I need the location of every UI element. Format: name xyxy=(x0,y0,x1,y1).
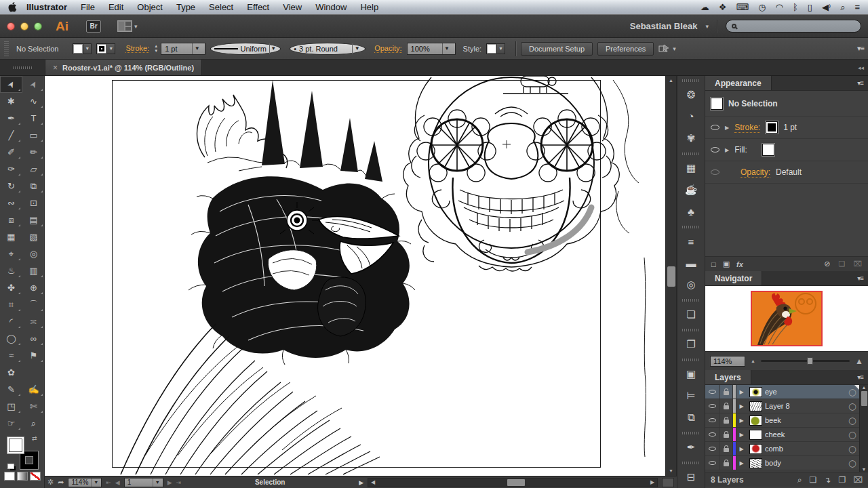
eyedropper-tool[interactable]: ⌖ xyxy=(0,245,22,262)
type-tool[interactable]: T xyxy=(22,110,45,127)
eraser-tool[interactable]: ▱ xyxy=(22,161,45,178)
stroke-panel-link[interactable]: Stroke: xyxy=(125,44,149,53)
previous-artboard-button[interactable]: ◀ xyxy=(115,479,120,486)
navigator-preview[interactable] xyxy=(705,286,868,351)
new-sublayer-icon[interactable]: ↴ xyxy=(824,475,831,485)
layer-name[interactable]: beek xyxy=(765,413,846,427)
knife-tool[interactable]: ✄ xyxy=(22,398,45,415)
opacity-combo[interactable]: 100% ▼ xyxy=(407,43,456,55)
layer-visibility-toggle[interactable] xyxy=(705,428,720,441)
apple-menu[interactable] xyxy=(8,2,17,12)
opacity-panel-link[interactable]: Opacity: xyxy=(374,44,401,53)
layer-target-icon[interactable]: ◯ xyxy=(846,428,859,441)
pen-tool[interactable]: ✒ xyxy=(0,110,22,127)
lasso-tool[interactable]: ∿ xyxy=(22,93,45,110)
status-menu-arrow-icon[interactable]: ▶ xyxy=(359,479,363,486)
dock-grip[interactable] xyxy=(682,152,700,155)
edit-colors-icon[interactable]: ✾ xyxy=(677,127,705,149)
gradient-tool[interactable]: ▧ xyxy=(22,228,45,245)
toolbar-grip[interactable] xyxy=(0,60,45,75)
layer-thumbnail[interactable] xyxy=(749,430,762,440)
quill-panel-icon[interactable]: ✒ xyxy=(677,436,705,458)
fill-proxy[interactable] xyxy=(7,436,24,454)
layer-lock-toggle[interactable] xyxy=(720,413,733,427)
color-guide-icon[interactable]: ◔ xyxy=(677,106,705,127)
fill-color-dropdown[interactable]: ▾ xyxy=(83,43,92,54)
ellipse-ring-tool[interactable]: ◯ xyxy=(0,330,22,347)
delete-item-icon[interactable]: ⌧ xyxy=(853,260,862,268)
layer-row[interactable]: ▶ beek ◯ xyxy=(705,413,859,428)
zoom-tool[interactable]: ⌕ xyxy=(22,415,45,432)
dock-collapse-icon[interactable]: ◂◂ xyxy=(858,60,868,75)
scroll-down-icon[interactable]: ▼ xyxy=(666,466,676,476)
layer-lock-toggle[interactable] xyxy=(720,428,733,441)
perspective-grid-tool[interactable]: ▤ xyxy=(22,211,45,228)
fill-color-swatch[interactable] xyxy=(762,144,774,156)
locate-object-icon[interactable]: ⌕ xyxy=(797,475,802,485)
status-display[interactable]: Selection xyxy=(185,479,355,486)
graphic-styles-icon[interactable]: ❏ xyxy=(677,304,705,325)
search-input[interactable] xyxy=(726,20,861,33)
layer-name[interactable]: body xyxy=(765,456,846,470)
menu-type[interactable]: Type xyxy=(170,2,202,12)
layer-row[interactable]: ▶ body ◯ xyxy=(705,456,859,470)
stroke-weight-combo[interactable]: 1 pt ▼ xyxy=(161,43,205,55)
visibility-eye-icon[interactable] xyxy=(711,169,719,175)
visibility-eye-icon[interactable] xyxy=(711,147,719,152)
visibility-eye-icon[interactable] xyxy=(711,125,719,130)
magic-wand-tool[interactable]: ✱ xyxy=(0,93,22,110)
layer-thumbnail[interactable] xyxy=(749,444,762,454)
layer-visibility-toggle[interactable] xyxy=(705,413,720,427)
stroke-color-swatch[interactable] xyxy=(766,121,778,134)
navigator-proxy-view[interactable] xyxy=(751,291,823,346)
canvas[interactable] xyxy=(45,76,665,476)
minimize-window-button[interactable] xyxy=(20,22,28,30)
style-swatch[interactable] xyxy=(486,43,497,54)
layer-visibility-toggle[interactable] xyxy=(705,385,720,399)
blob-brush-tool[interactable]: ✑ xyxy=(0,161,22,178)
menu-edit[interactable]: Edit xyxy=(102,2,130,12)
dock-grip[interactable] xyxy=(682,462,700,464)
selection-tool[interactable]: ➤ xyxy=(0,76,22,93)
user-account-menu[interactable]: Sebastian Bleak xyxy=(630,21,698,31)
new-stroke-icon[interactable]: □ xyxy=(711,260,716,268)
appearance-panel-icon[interactable]: ❐ xyxy=(677,333,705,355)
dropbox-icon[interactable]: ❖ xyxy=(719,2,727,12)
layer-target-icon[interactable]: ◯ xyxy=(846,442,859,455)
horizontal-scrollbar[interactable]: ◀ ▶ xyxy=(368,478,658,487)
scroll-up-icon[interactable]: ▲ xyxy=(862,385,867,390)
layer-visibility-toggle[interactable] xyxy=(705,399,720,413)
new-fill-icon[interactable]: ▣ xyxy=(723,260,730,268)
appearance-opacity-row[interactable]: Opacity: Default xyxy=(705,161,868,184)
workspace-icon[interactable]: ✲ xyxy=(47,478,54,487)
stroke-weight-stepper[interactable]: ▲▼ xyxy=(154,44,158,54)
expand-triangle-icon[interactable]: ▶ xyxy=(725,147,729,153)
menu-file[interactable]: File xyxy=(74,2,102,12)
scroll-left-icon[interactable]: ◀ xyxy=(368,479,378,485)
layer-thumbnail[interactable] xyxy=(749,458,762,468)
new-layer-icon[interactable]: ❐ xyxy=(838,475,846,485)
color-button[interactable] xyxy=(4,472,15,481)
new-effect-icon[interactable]: fx xyxy=(736,260,743,268)
zoom-out-mountain-icon[interactable]: ▲ xyxy=(751,359,755,363)
hand-tool[interactable]: ☞ xyxy=(0,415,22,432)
menu-window[interactable]: Window xyxy=(309,2,353,12)
pathfinder-icon[interactable]: ⧉ xyxy=(677,407,705,428)
zoom-window-button[interactable] xyxy=(34,22,42,30)
expand-triangle-icon[interactable]: ▶ xyxy=(736,399,747,413)
appearance-selection-row[interactable]: No Selection xyxy=(705,91,868,117)
tab-navigator[interactable]: Navigator xyxy=(705,271,762,285)
double-ring-tool[interactable]: ∞ xyxy=(22,330,45,347)
style-dropdown[interactable]: ▾ xyxy=(496,43,505,54)
layer-name[interactable]: eye xyxy=(765,385,846,399)
blend-tool[interactable]: ◎ xyxy=(22,245,45,262)
crop-area-tool[interactable]: ◳ xyxy=(0,398,22,415)
clear-appearance-icon[interactable]: ⊘ xyxy=(824,260,830,268)
quill-pen-tool[interactable]: ✎ xyxy=(0,381,22,398)
preferences-button[interactable]: Preferences xyxy=(597,42,654,56)
panel-grip[interactable] xyxy=(4,41,9,56)
zoom-in-mountain-icon[interactable]: ▲ xyxy=(855,357,863,366)
dock-grip[interactable] xyxy=(682,432,700,434)
resize-corner[interactable] xyxy=(662,478,674,487)
scroll-down-icon[interactable]: ▼ xyxy=(862,467,867,472)
